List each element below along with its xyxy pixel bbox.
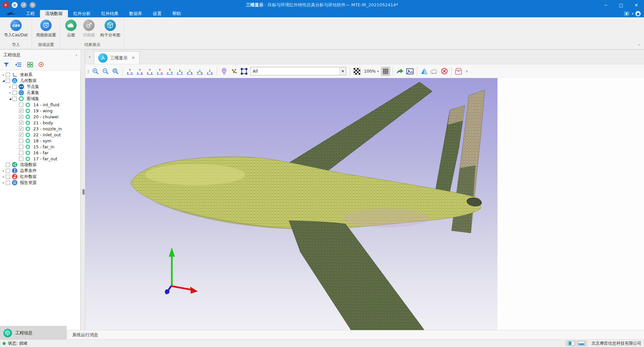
- save-view-caret[interactable]: ∨: [466, 69, 468, 73]
- tree-item[interactable]: ✓20 - chuiwei: [0, 114, 80, 120]
- project-info-bottom-tab[interactable]: 工程信息: [0, 326, 67, 339]
- tree-checkbox[interactable]: [6, 79, 10, 83]
- tab-close-icon[interactable]: ✕: [132, 55, 135, 60]
- menu-item-帮助[interactable]: 帮助: [167, 10, 186, 17]
- transparency-button[interactable]: [352, 67, 362, 76]
- locate-target-icon[interactable]: [38, 62, 44, 69]
- ribbon-button-导入Cas/Dat[interactable]: cas导入Cas/Dat: [2, 19, 30, 39]
- tree-checkbox[interactable]: [12, 91, 17, 95]
- layout-split-vertical-icon[interactable]: [568, 341, 575, 346]
- tree-expander-icon[interactable]: ◢: [8, 97, 12, 100]
- tree-checkbox[interactable]: [19, 157, 23, 161]
- tree-checkbox[interactable]: ✓: [19, 133, 23, 137]
- tree-item[interactable]: ◢几何数据: [0, 78, 80, 84]
- tree-expander-icon[interactable]: ▸: [1, 169, 6, 172]
- tree-checkbox[interactable]: [12, 97, 17, 101]
- view-front-button[interactable]: xz: [145, 67, 155, 76]
- tree-item[interactable]: ▸节点集: [0, 84, 80, 90]
- menu-item-工程[interactable]: 工程: [21, 10, 40, 17]
- particle-trace-button[interactable]: [229, 67, 239, 76]
- tree-checkbox[interactable]: [6, 181, 10, 185]
- undo-icon[interactable]: ↺: [21, 2, 27, 8]
- new-document-icon[interactable]: 🗎: [12, 2, 18, 8]
- tree-expander-icon[interactable]: ▸: [1, 73, 6, 76]
- view-iso1-button[interactable]: zx: [185, 67, 194, 76]
- panel-collapse-icon[interactable]: ‹: [76, 53, 77, 58]
- view-right-button[interactable]: zx: [135, 67, 145, 76]
- zoom-in-button[interactable]: [91, 67, 100, 76]
- tree-item[interactable]: ◢面域集: [0, 96, 80, 102]
- tree-item[interactable]: ✓19 - wing: [0, 108, 80, 114]
- tree-item[interactable]: ✓22 - inlet_out: [0, 132, 80, 138]
- tree-checkbox[interactable]: [19, 139, 23, 143]
- tree-item[interactable]: ▸元素集: [0, 90, 80, 96]
- light-button[interactable]: [219, 67, 229, 76]
- tree-checkbox[interactable]: [19, 103, 23, 107]
- menu-item-流场数据[interactable]: 流场数据: [40, 10, 68, 17]
- tree-item[interactable]: ✓23 - nozzle_in: [0, 126, 80, 132]
- menu-item-设置[interactable]: 设置: [148, 10, 167, 17]
- tree-checkbox[interactable]: [19, 151, 23, 155]
- display-filter-select[interactable]: All▼: [250, 67, 346, 75]
- menu-item-数据库[interactable]: 数据库: [124, 10, 148, 17]
- tree-checkbox[interactable]: [6, 73, 10, 77]
- close-button[interactable]: ✕: [629, 0, 644, 10]
- tree-checkbox[interactable]: ✓: [19, 109, 23, 113]
- tree-checkbox[interactable]: [6, 169, 10, 173]
- view-bottom-button[interactable]: zY: [175, 67, 184, 76]
- mesh-toggle-button[interactable]: [381, 67, 390, 76]
- filter-icon[interactable]: [3, 62, 10, 69]
- mirror-button[interactable]: [420, 67, 429, 76]
- view-iso3-button[interactable]: zx: [205, 67, 214, 76]
- tree-item[interactable]: ✓21 - body: [0, 120, 80, 126]
- menu-item-红外分析[interactable]: 红外分析: [68, 10, 96, 17]
- tree-checkbox[interactable]: [6, 175, 10, 179]
- user-icon[interactable]: ●: [635, 11, 641, 16]
- view-iso2-button[interactable]: Yx: [195, 67, 204, 76]
- zoom-level-dropdown[interactable]: 100%▾: [364, 69, 379, 74]
- chevron-down-icon[interactable]: ▾: [632, 12, 633, 15]
- tree-checkbox[interactable]: ✓: [19, 127, 23, 131]
- view-top-button[interactable]: zY: [165, 67, 174, 76]
- tree-expander-icon[interactable]: ◢: [1, 79, 6, 82]
- tree-item[interactable]: 18 - sym: [0, 138, 80, 144]
- tree-item[interactable]: 17 - far_out: [0, 156, 80, 162]
- save-view-button[interactable]: [454, 67, 463, 76]
- menu-item-红外结果[interactable]: 红外结果: [96, 10, 124, 17]
- tree-item[interactable]: ▸报告资源: [0, 180, 80, 186]
- toolbar-drag-handle[interactable]: ∥: [87, 69, 89, 74]
- tree-checkbox[interactable]: [12, 85, 17, 89]
- tree-item[interactable]: ▸边界条件: [0, 168, 80, 174]
- clear-button[interactable]: [440, 67, 449, 76]
- tree-item[interactable]: ▸x坐标系: [0, 72, 80, 78]
- tree-checkbox[interactable]: ✓: [19, 121, 23, 125]
- panel-splitter[interactable]: ●●●: [81, 49, 85, 330]
- tree-item[interactable]: ▸红外数据: [0, 174, 80, 180]
- box-select-button[interactable]: [239, 67, 249, 76]
- tab-scroll-left-icon[interactable]: ‹: [85, 49, 94, 64]
- tree-checkbox[interactable]: [19, 145, 23, 149]
- smooth-button[interactable]: [430, 67, 439, 76]
- combo-dropdown-icon[interactable]: ▼: [339, 67, 346, 75]
- view-left-button[interactable]: xz: [125, 67, 135, 76]
- theme-icon[interactable]: ◧: [624, 11, 630, 16]
- view-back-button[interactable]: zx: [155, 67, 164, 76]
- tree-expander-icon[interactable]: ▸: [8, 91, 12, 94]
- tree-item[interactable]: 14 - int_fluid: [0, 102, 80, 108]
- tree-item[interactable]: 流场数据: [0, 162, 80, 168]
- collapse-ribbon-icon[interactable]: ⌃: [638, 44, 641, 48]
- outline-list-icon[interactable]: [15, 62, 22, 69]
- tree-item[interactable]: 15 - far_in: [0, 144, 80, 150]
- redo-icon[interactable]: ↻: [30, 2, 36, 8]
- tab-3d-view[interactable]: 三维显示 ✕: [94, 51, 140, 64]
- layout-split-horizontal-icon[interactable]: [578, 341, 585, 346]
- export-button[interactable]: [395, 67, 405, 76]
- tree-expander-icon[interactable]: ▸: [8, 85, 12, 88]
- screenshot-button[interactable]: [405, 67, 415, 76]
- tree-checkbox[interactable]: [6, 163, 10, 167]
- viewport-3d[interactable]: [85, 78, 497, 330]
- minimize-button[interactable]: ─: [598, 0, 613, 10]
- zoom-fit-button[interactable]: [111, 67, 120, 76]
- app-pin-icon[interactable]: ✈: [3, 2, 9, 8]
- ribbon-button-粒子分布图[interactable]: 粒子分布图: [98, 19, 122, 39]
